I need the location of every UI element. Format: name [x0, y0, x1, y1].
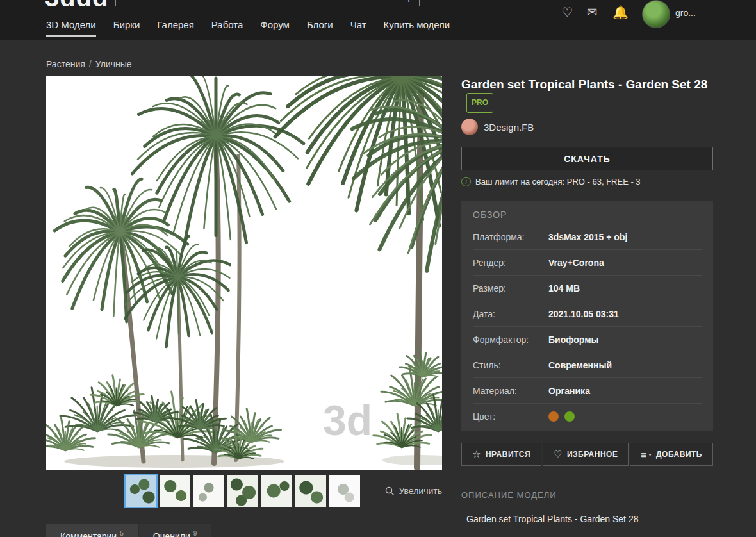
pro-badge: PRO [466, 93, 493, 113]
nav-3d-models[interactable]: 3D Модели [46, 19, 96, 37]
thumbnail-strip [126, 475, 360, 507]
page-content: Растения/Уличные 3d [0, 59, 756, 537]
favorite-label: ИЗБРАННОЕ [567, 450, 618, 459]
palm-trees-illustration [46, 76, 442, 470]
thumbnail-5[interactable] [261, 475, 292, 507]
limit-text: Ваш лимит на сегодня: PRO - 63, FREE - 3 [475, 177, 641, 186]
thumbnail-1[interactable] [126, 475, 156, 507]
details-column: Garden set Tropical Plants - Garden Set … [461, 76, 713, 537]
color-swatches [548, 411, 575, 422]
action-buttons: ☆ НРАВИТСЯ ♡ ИЗБРАННОЕ ≡▾ ДОБАВИТЬ [461, 443, 713, 466]
breadcrumb-separator: / [89, 59, 92, 69]
site-header: 3ddd ⚲ ♡ ✉ 🔔 gro... 3D Модели Бирки Гале… [0, 0, 756, 40]
add-label: ДОБАВИТЬ [656, 450, 702, 459]
main-nav: 3D Модели Бирки Галерея Работа Форум Бло… [46, 19, 450, 37]
nav-buy-models[interactable]: Купить модели [384, 19, 450, 37]
zoom-link[interactable]: Увеличить [385, 486, 442, 496]
spec-value: Современный [548, 360, 612, 370]
spec-value: 3dsMax 2015 + obj [548, 232, 627, 242]
nav-chat[interactable]: Чат [350, 19, 366, 37]
messages-icon[interactable]: ✉ [587, 4, 598, 20]
spec-label: Платформа: [473, 232, 548, 242]
product-title-text: Garden set Tropical Plants - Garden Set … [461, 78, 707, 91]
breadcrumb-subcategory[interactable]: Уличные [95, 59, 132, 69]
product-image[interactable]: 3d [46, 76, 442, 470]
download-limit: i Ваш лимит на сегодня: PRO - 63, FREE -… [461, 177, 713, 186]
tab-ratings[interactable]: Оценили9 [139, 524, 211, 537]
author-row: 3Design.FB [461, 119, 713, 135]
list-icon: ≡ [641, 449, 646, 460]
author-avatar[interactable] [461, 119, 478, 135]
add-to-collection-button[interactable]: ≡▾ ДОБАВИТЬ [630, 443, 713, 466]
tab-ratings-count: 9 [193, 530, 197, 537]
spec-value: 104 MB [548, 283, 580, 293]
spec-row-render: Рендер: Vray+Corona [473, 249, 702, 275]
nav-forum[interactable]: Форум [260, 19, 290, 37]
chevron-down-icon: ▾ [649, 452, 652, 458]
spec-row-color: Цвет: [473, 403, 702, 429]
spec-label: Стиль: [473, 360, 548, 370]
viewer-column: 3d Увеличить [46, 76, 442, 537]
spec-value: Биоформы [548, 335, 599, 345]
username[interactable]: gro... [675, 8, 696, 18]
thumbnail-2[interactable] [160, 475, 190, 507]
thumbnail-7[interactable] [329, 475, 360, 507]
search-box: ⚲ [115, 0, 420, 6]
overview-title: ОБЗОР [473, 210, 702, 224]
thumbnail-row: Увеличить [46, 475, 442, 507]
thumbnail-4[interactable] [227, 475, 258, 507]
thumbnail-3[interactable] [193, 475, 224, 507]
color-swatch-orange [548, 411, 559, 422]
info-icon: i [461, 177, 471, 186]
spec-label: Материал: [473, 386, 548, 396]
tab-comments-label: Комментарии [60, 531, 117, 537]
tab-ratings-label: Оценили [153, 531, 190, 537]
zoom-label: Увеличить [399, 486, 442, 496]
spec-row-style: Стиль: Современный [473, 352, 702, 377]
color-swatch-green [564, 411, 575, 422]
author-name[interactable]: 3Design.FB [484, 122, 534, 133]
spec-label: Размер: [473, 283, 548, 293]
user-avatar[interactable] [642, 0, 670, 28]
download-button[interactable]: СКАЧАТЬ [461, 147, 713, 170]
favorite-button[interactable]: ♡ ИЗБРАННОЕ [543, 443, 629, 466]
spec-row-date: Дата: 2021.10.05 03:31 [473, 301, 702, 326]
spec-row-material: Материал: Органика [473, 377, 702, 403]
search-icon[interactable]: ⚲ [405, 0, 413, 3]
like-label: НРАВИТСЯ [486, 450, 530, 459]
nav-gallery[interactable]: Галерея [157, 19, 194, 37]
magnifier-icon [385, 486, 395, 496]
spec-row-size: Размер: 104 MB [473, 275, 702, 301]
spec-label: Дата: [473, 309, 548, 319]
description-title: ОПИСАНИЕ МОДЕЛИ [461, 490, 713, 500]
favorites-icon[interactable]: ♡ [561, 4, 573, 20]
spec-row-formfactor: Формфактор: Биоформы [473, 326, 702, 352]
like-button[interactable]: ☆ НРАВИТСЯ [461, 443, 541, 466]
breadcrumb: Растения/Уличные [46, 59, 756, 69]
search-input[interactable] [116, 0, 419, 6]
heart-icon: ♡ [554, 449, 563, 460]
spec-label: Рендер: [473, 258, 548, 268]
nav-work[interactable]: Работа [211, 19, 243, 37]
nav-blogs[interactable]: Блоги [307, 19, 333, 37]
thumbnail-6[interactable] [295, 475, 326, 507]
nav-tags[interactable]: Бирки [113, 19, 140, 37]
product-title: Garden set Tropical Plants - Garden Set … [461, 76, 713, 113]
spec-row-platform: Платформа: 3dsMax 2015 + obj [473, 224, 702, 249]
description-text: Garden set Tropical Plants - Garden Set … [461, 514, 713, 524]
notifications-icon[interactable]: 🔔 [612, 4, 629, 20]
site-logo[interactable]: 3ddd [45, 0, 109, 12]
spec-value: Органика [548, 386, 590, 396]
star-icon: ☆ [472, 449, 481, 460]
tab-comments-count: 5 [120, 530, 124, 537]
detail-tabs: Комментарии5 Оценили9 [46, 524, 442, 537]
spec-label: Формфактор: [473, 335, 548, 345]
overview-panel: ОБЗОР Платформа: 3dsMax 2015 + obj Ренде… [461, 201, 713, 431]
breadcrumb-category[interactable]: Растения [46, 59, 85, 69]
spec-value: 2021.10.05 03:31 [548, 309, 619, 319]
tab-comments[interactable]: Комментарии5 [46, 524, 138, 537]
spec-value: Vray+Corona [548, 258, 604, 268]
spec-label: Цвет: [473, 411, 548, 422]
